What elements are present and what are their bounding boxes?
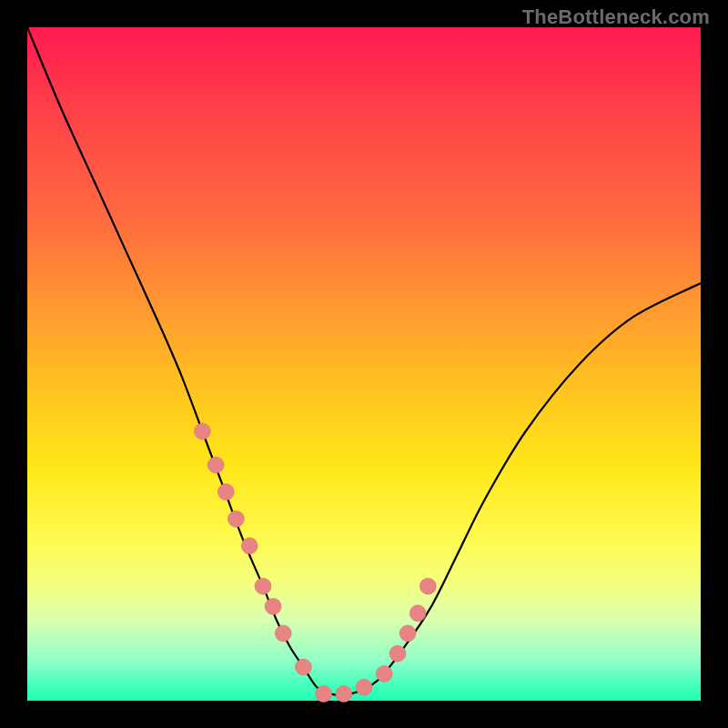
bead <box>376 665 392 682</box>
bead <box>241 538 258 554</box>
bead <box>265 598 281 614</box>
bead <box>275 625 291 642</box>
bead <box>410 605 426 622</box>
bead <box>255 578 271 594</box>
chart-frame: TheBottleneck.com <box>0 0 728 728</box>
bead <box>336 686 352 703</box>
bead <box>217 484 234 500</box>
bead <box>316 686 332 703</box>
bead <box>194 423 210 440</box>
bead <box>207 457 224 473</box>
bead <box>228 511 244 527</box>
bead <box>295 659 311 675</box>
bottleneck-curve <box>27 27 701 695</box>
bead <box>356 679 372 695</box>
highlight-beads <box>194 423 436 703</box>
bead <box>420 578 436 594</box>
curve-svg <box>27 27 701 701</box>
watermark-text: TheBottleneck.com <box>522 5 710 29</box>
bead <box>399 625 416 642</box>
bead <box>389 645 406 662</box>
plot-area <box>27 27 701 701</box>
